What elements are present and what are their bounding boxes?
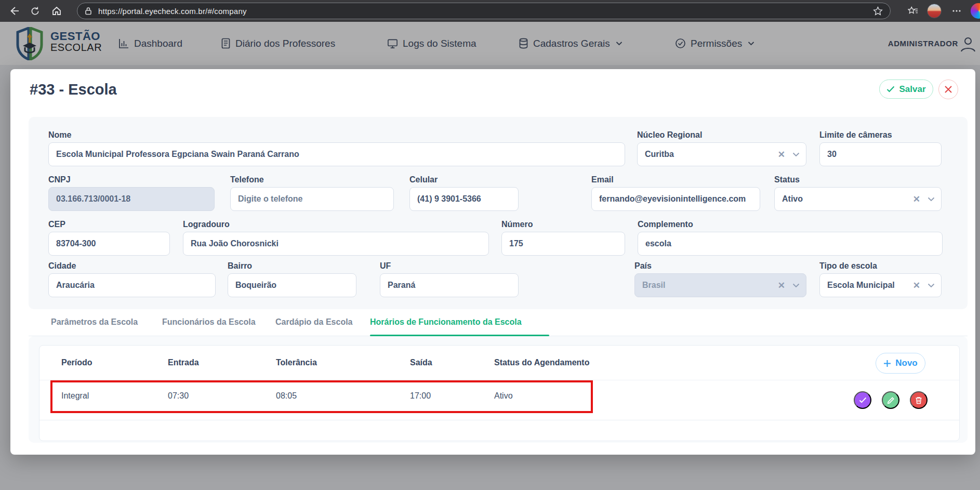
chevron-down-icon[interactable] — [792, 152, 800, 157]
celular-input[interactable]: (41) 9 3901-5366 — [409, 187, 519, 211]
limite-cameras-input[interactable]: 30 — [819, 142, 942, 166]
logradouro-input[interactable]: Rua João Chorosnicki — [183, 232, 489, 256]
lock-icon — [85, 7, 92, 15]
page-title: #33 - Escola — [30, 81, 117, 98]
refresh-icon[interactable] — [28, 4, 42, 18]
address-bar[interactable]: https://portal.eyecheck.com.br/#/company — [77, 3, 891, 19]
numero-input[interactable]: 175 — [501, 232, 625, 256]
field-pais: País Brasil ✕ — [634, 261, 806, 297]
nucleo-regional-select[interactable]: Curitba ✕ — [637, 142, 806, 166]
tab-funcionarios[interactable]: Funcionários da Escola — [162, 317, 256, 327]
tab-parametros[interactable]: Parâmetros da Escola — [51, 317, 138, 327]
field-celular: Celular (41) 9 3901-5366 — [409, 175, 519, 211]
cep-input[interactable]: 83704-300 — [48, 232, 170, 256]
field-cep: CEP 83704-300 — [48, 220, 170, 256]
home-icon[interactable] — [50, 4, 63, 18]
field-telefone: Telefone Digite o telefone — [230, 175, 394, 211]
delete-row-button[interactable] — [910, 391, 928, 409]
field-cnpj: CNPJ 03.166.713/0001-18 — [48, 175, 215, 211]
field-cidade: Cidade Araucária — [48, 261, 216, 297]
copilot-icon[interactable] — [971, 3, 980, 19]
email-input[interactable]: fernando@eyevisionintelligence.com — [591, 187, 760, 211]
chevron-down-icon[interactable] — [928, 283, 935, 288]
favorite-star-icon[interactable] — [873, 6, 883, 16]
field-logradouro: Logradouro Rua João Chorosnicki — [183, 220, 489, 256]
url-text: https://portal.eyecheck.com.br/#/company — [98, 7, 869, 16]
close-icon — [944, 85, 952, 94]
field-tipo-escola: Tipo de escola Escola Municipal ✕ — [819, 261, 942, 297]
tab-cardapio[interactable]: Cardápio da Escola — [275, 317, 353, 327]
plus-icon — [883, 360, 891, 367]
telefone-input[interactable]: Digite o telefone — [230, 187, 394, 211]
trash-icon — [915, 396, 922, 404]
field-numero: Número 175 — [501, 220, 625, 256]
chevron-down-icon[interactable] — [928, 197, 935, 202]
check-icon — [886, 86, 895, 92]
clear-icon[interactable]: ✕ — [778, 150, 785, 159]
highlight-rectangle — [50, 380, 593, 413]
browser-profile-avatar[interactable] — [927, 4, 942, 18]
new-schedule-button[interactable]: Novo — [876, 353, 925, 374]
school-edit-modal: #33 - Escola Salvar Nome Escola Municipa… — [10, 69, 975, 455]
schedules-table: Período Entrada Tolerância Saída Status … — [39, 345, 960, 441]
back-icon[interactable] — [7, 4, 21, 18]
complemento-input[interactable]: escola — [638, 232, 943, 256]
field-limite-cameras: Limite de câmeras 30 — [819, 130, 942, 166]
school-tabs: Parâmetros da Escola Funcionários da Esc… — [29, 311, 968, 336]
status-select[interactable]: Ativo ✕ — [774, 187, 942, 211]
clear-icon[interactable]: ✕ — [913, 281, 920, 290]
field-nome: Nome Escola Municipal Professora Egpcian… — [48, 130, 625, 166]
save-button[interactable]: Salvar — [879, 80, 933, 99]
chevron-down-icon[interactable] — [792, 283, 800, 288]
col-header-periodo: Período — [61, 358, 92, 367]
uf-input[interactable]: Paraná — [380, 273, 519, 297]
field-status: Status Ativo ✕ — [774, 175, 942, 211]
field-uf: UF Paraná — [380, 261, 519, 297]
cidade-input[interactable]: Araucária — [48, 273, 216, 297]
nome-input[interactable]: Escola Municipal Professora Egpciana Swa… — [48, 142, 625, 166]
more-options-icon[interactable] — [949, 3, 964, 19]
favorites-bar-icon[interactable] — [905, 3, 921, 19]
field-bairro: Bairro Boqueirão — [228, 261, 356, 297]
col-header-tolerancia: Tolerância — [276, 358, 317, 367]
bairro-input[interactable]: Boqueirão — [228, 273, 356, 297]
pais-select: Brasil ✕ — [634, 273, 806, 297]
tipo-escola-select[interactable]: Escola Municipal ✕ — [819, 273, 942, 297]
clear-icon[interactable]: ✕ — [778, 281, 785, 290]
close-button[interactable] — [938, 80, 958, 99]
edit-row-button[interactable] — [882, 391, 899, 409]
row-divider — [39, 420, 959, 420]
field-email: Email fernando@eyevisionintelligence.com — [591, 175, 760, 211]
clear-icon[interactable]: ✕ — [913, 195, 920, 204]
field-nucleo-regional: Núcleo Regional Curitba ✕ — [637, 130, 806, 166]
active-tab-underline — [370, 335, 549, 336]
field-complemento: Complemento escola — [638, 220, 943, 256]
tab-horarios[interactable]: Horários de Funcionamento da Escola — [370, 317, 522, 327]
col-header-entrada: Entrada — [168, 358, 199, 367]
col-header-status-agendamento: Status do Agendamento — [494, 358, 589, 367]
col-header-saida: Saída — [410, 358, 432, 367]
confirm-row-button[interactable] — [854, 391, 871, 409]
check-icon — [859, 397, 867, 403]
pencil-icon — [887, 396, 895, 404]
browser-chrome: https://portal.eyecheck.com.br/#/company — [0, 0, 980, 22]
cnpj-input: 03.166.713/0001-18 — [48, 187, 215, 211]
